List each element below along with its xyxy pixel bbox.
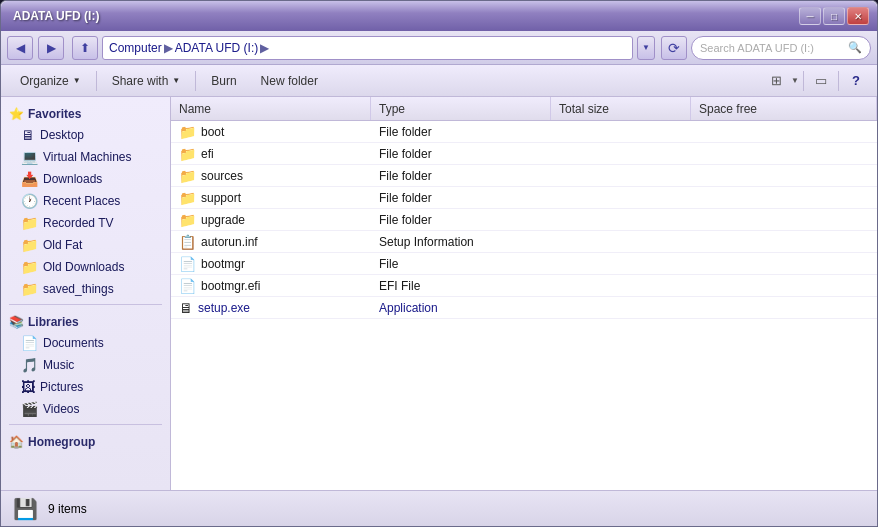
col-header-total[interactable]: Total size [551, 97, 691, 120]
search-icon: 🔍 [848, 41, 862, 54]
sidebar-item-music[interactable]: 🎵 Music [1, 354, 170, 376]
search-box[interactable]: Search ADATA UFD (I:) 🔍 [691, 36, 871, 60]
path-sep-2: ▶ [260, 41, 269, 55]
sidebar-item-virtual-machines[interactable]: 💻 Virtual Machines [1, 146, 170, 168]
sidebar-item-music-label: Music [43, 358, 74, 372]
address-dropdown[interactable]: ▼ [637, 36, 655, 60]
sidebar-item-documents[interactable]: 📄 Documents [1, 332, 170, 354]
table-row[interactable]: 📄 bootmgr File [171, 253, 877, 275]
col-header-type[interactable]: Type [371, 97, 551, 120]
file-list-header: Name Type Total size Space free [171, 97, 877, 121]
favorites-icon: ⭐ [9, 107, 24, 121]
sidebar-favorites-header[interactable]: ⭐ Favorites [1, 101, 170, 124]
maximize-button[interactable]: □ [823, 7, 845, 25]
table-row[interactable]: 📁 sources File folder [171, 165, 877, 187]
recorded-tv-icon: 📁 [21, 215, 38, 231]
sidebar-item-videos-label: Videos [43, 402, 79, 416]
toolbar-sep-3 [803, 71, 804, 91]
pictures-icon: 🖼 [21, 379, 35, 395]
preview-icon: ▭ [815, 73, 827, 88]
sidebar-item-desktop[interactable]: 🖥 Desktop [1, 124, 170, 146]
sidebar-item-recorded-tv[interactable]: 📁 Recorded TV [1, 212, 170, 234]
table-row[interactable]: 🖥 setup.exe Application [171, 297, 877, 319]
table-row[interactable]: 📁 upgrade File folder [171, 209, 877, 231]
file-type-efi: File folder [371, 147, 551, 161]
old-downloads-icon: 📁 [21, 259, 38, 275]
path-drive[interactable]: ADATA UFD (I:) [175, 41, 259, 55]
file-name-boot: 📁 boot [171, 124, 371, 140]
sidebar-item-saved-things[interactable]: 📁 saved_things [1, 278, 170, 300]
forward-button[interactable]: ▶ [38, 36, 64, 60]
old-fat-icon: 📁 [21, 237, 38, 253]
file-name-bootmgr-efi: 📄 bootmgr.efi [171, 278, 371, 294]
sidebar-item-recent-places[interactable]: 🕐 Recent Places [1, 190, 170, 212]
preview-button[interactable]: ▭ [808, 68, 834, 94]
table-row[interactable]: 📁 boot File folder [171, 121, 877, 143]
sidebar-item-pictures[interactable]: 🖼 Pictures [1, 376, 170, 398]
sidebar-item-recent-label: Recent Places [43, 194, 120, 208]
info-file-icon: 📋 [179, 234, 196, 250]
sidebar-divider-1 [9, 304, 162, 305]
col-header-free[interactable]: Space free [691, 97, 877, 120]
documents-icon: 📄 [21, 335, 38, 351]
file-list: Name Type Total size Space free 📁 boot [171, 97, 877, 490]
libraries-icon: 📚 [9, 315, 24, 329]
path-computer[interactable]: Computer [109, 41, 162, 55]
organize-button[interactable]: Organize ▼ [9, 68, 92, 94]
sidebar-libraries-header[interactable]: 📚 Libraries [1, 309, 170, 332]
col-header-name[interactable]: Name [171, 97, 371, 120]
sidebar-item-old-downloads[interactable]: 📁 Old Downloads [1, 256, 170, 278]
exe-file-icon: 🖥 [179, 300, 193, 316]
view-grid-button[interactable]: ⊞ [763, 68, 789, 94]
file-type-bootmgr: File [371, 257, 551, 271]
share-with-button[interactable]: Share with ▼ [101, 68, 192, 94]
search-placeholder: Search ADATA UFD (I:) [700, 42, 814, 54]
address-path[interactable]: Computer ▶ ADATA UFD (I:) ▶ [102, 36, 633, 60]
table-row[interactable]: 📋 autorun.inf Setup Information [171, 231, 877, 253]
folder-icon: 📁 [179, 190, 196, 206]
file-type-autorun: Setup Information [371, 235, 551, 249]
file-icon: 📄 [179, 256, 196, 272]
status-bar: 💾 9 items [1, 490, 877, 526]
sidebar-item-oldfat-label: Old Fat [43, 238, 82, 252]
sidebar-homegroup-header[interactable]: 🏠 Homegroup [1, 429, 170, 452]
sidebar-item-downloads[interactable]: 📥 Downloads [1, 168, 170, 190]
title-bar: ADATA UFD (I:) ─ □ ✕ [1, 1, 877, 31]
sidebar-item-pictures-label: Pictures [40, 380, 83, 394]
view-dropdown-arrow[interactable]: ▼ [791, 76, 799, 85]
toolbar-sep-1 [96, 71, 97, 91]
folder-icon: 📁 [179, 168, 196, 184]
new-folder-button[interactable]: New folder [250, 68, 329, 94]
toolbar: Organize ▼ Share with ▼ Burn New folder … [1, 65, 877, 97]
up-button[interactable]: ⬆ [72, 36, 98, 60]
desktop-icon: 🖥 [21, 127, 35, 143]
toolbar-sep-4 [838, 71, 839, 91]
sidebar-divider-2 [9, 424, 162, 425]
view-grid-icon: ⊞ [771, 73, 782, 88]
sidebar-item-dl-label: Downloads [43, 172, 102, 186]
help-icon: ? [852, 73, 860, 88]
file-name-sources: 📁 sources [171, 168, 371, 184]
folder-icon: 📁 [179, 146, 196, 162]
refresh-button[interactable]: ⟳ [661, 36, 687, 60]
main-content: ⭐ Favorites 🖥 Desktop 💻 Virtual Machines… [1, 97, 877, 490]
file-type-sources: File folder [371, 169, 551, 183]
sidebar-item-saved-label: saved_things [43, 282, 114, 296]
back-button[interactable]: ◀ [7, 36, 33, 60]
sidebar-item-recorded-label: Recorded TV [43, 216, 113, 230]
homegroup-label: Homegroup [28, 435, 95, 449]
minimize-button[interactable]: ─ [799, 7, 821, 25]
sidebar-item-old-fat[interactable]: 📁 Old Fat [1, 234, 170, 256]
help-button[interactable]: ? [843, 68, 869, 94]
item-count: 9 items [48, 502, 87, 516]
close-button[interactable]: ✕ [847, 7, 869, 25]
sidebar-item-videos[interactable]: 🎬 Videos [1, 398, 170, 420]
file-name-upgrade: 📁 upgrade [171, 212, 371, 228]
burn-button[interactable]: Burn [200, 68, 247, 94]
file-type-setup: Application [371, 301, 551, 315]
organize-label: Organize [20, 74, 69, 88]
table-row[interactable]: 📁 efi File folder [171, 143, 877, 165]
path-sep-1: ▶ [164, 41, 173, 55]
table-row[interactable]: 📄 bootmgr.efi EFI File [171, 275, 877, 297]
table-row[interactable]: 📁 support File folder [171, 187, 877, 209]
